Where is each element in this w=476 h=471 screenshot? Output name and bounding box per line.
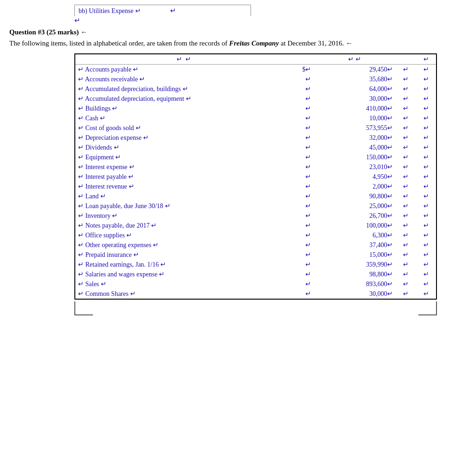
return-arrow-top: ↵ (74, 17, 80, 24)
table-row: ↵ Land ↵ ↵ 90,800↵ ↵ ↵ (75, 191, 436, 201)
bottom-left-corner (74, 301, 93, 315)
table-row: ↵ Cost of goods sold ↵ ↵ 573,955↵ ↵ ↵ (75, 123, 436, 133)
table-row: ↵ Office supplies ↵ ↵ 6,300↵ ↵ ↵ (75, 230, 436, 240)
table-row: ↵ Notes payable, due 2017 ↵ ↵ 100,000↵ ↵… (75, 221, 436, 230)
table-row: ↵ Accounts receivable ↵ ↵ 35,680↵ ↵ ↵ (75, 74, 436, 84)
table-row: ↵ Buildings ↵ ↵ 410,000↵ ↵ ↵ (75, 104, 436, 113)
table-row: ↵ Retained earnings, Jan. 1/16 ↵ ↵ 359,9… (75, 260, 436, 269)
table-row: ↵ Common Shares ↵ ↵ 30,000↵ ↵ ↵ (75, 289, 436, 299)
intro-text: The following items, listed in alphabeti… (9, 38, 467, 49)
table-row: ↵ Accumulated depreciation, buildings ↵ … (75, 84, 436, 94)
table-row: ↵ Cash ↵ ↵ 10,000↵ ↵ ↵ (75, 113, 436, 123)
table-row: ↵ Equipment ↵ ↵ 150,000↵ ↵ ↵ (75, 152, 436, 162)
utilities-arrow: ↵ (170, 7, 176, 14)
utilities-label: bb) Utilities Expense ↵ (79, 7, 141, 14)
table-row: ↵ Inventory ↵ ↵ 26,700↵ ↵ ↵ (75, 211, 436, 221)
table-row: ↵ Salaries and wages expense ↵ ↵ 98,800↵… (75, 269, 436, 279)
question-header: Question #3 (25 marks) ← (9, 28, 467, 36)
table-row: ↵ Interest expense ↵ ↵ 23,010↵ ↵ ↵ (75, 162, 436, 172)
table-row: ↵ Accumulated depreciation, equipment ↵ … (75, 94, 436, 104)
table-header-row: ↵ ↵ ↵ ↵ ↵ (75, 54, 436, 65)
table-row: ↵ Dividends ↵ ↵ 45,000↵ ↵ ↵ (75, 143, 436, 152)
bottom-right-corner (418, 301, 437, 315)
table-row: ↵ Depreciation expense ↵ ↵ 32,000↵ ↵ ↵ (75, 133, 436, 143)
table-row: ↵ Other operating expenses ↵ ↵ 37,400↵ ↵… (75, 240, 436, 250)
table-row: ↵ Accounts payable ↵ $↵ 29,450↵ ↵ ↵ (75, 64, 436, 74)
table-row: ↵ Loan payable, due June 30/18 ↵ ↵ 25,00… (75, 201, 436, 211)
table-row: ↵ Interest revenue ↵ ↵ 2,000↵ ↵ ↵ (75, 182, 436, 191)
table-row: ↵ Prepaid insurance ↵ ↵ 15,000↵ ↵ ↵ (75, 250, 436, 260)
table-row: ↵ Sales ↵ ↵ 893,600↵ ↵ ↵ (75, 279, 436, 289)
table-row: ↵ Interest payable ↵ ↵ 4,950↵ ↵ ↵ (75, 172, 436, 182)
